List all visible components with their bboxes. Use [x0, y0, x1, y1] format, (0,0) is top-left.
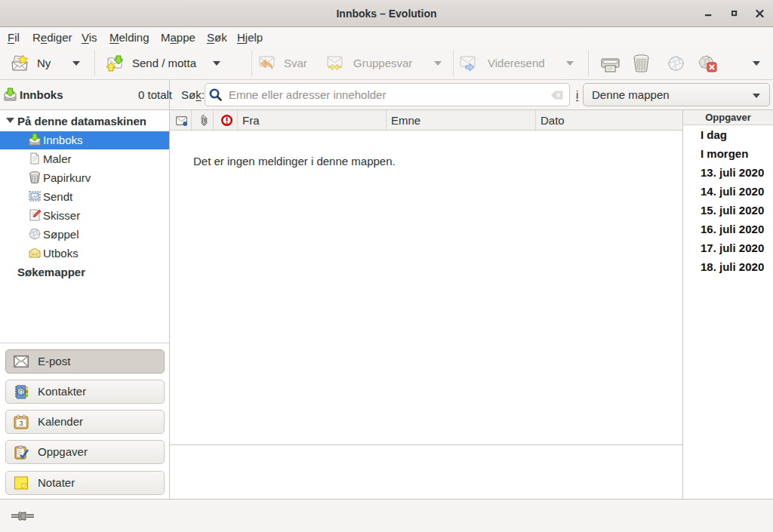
svg-text:3: 3 — [19, 420, 23, 427]
svg-text:@: @ — [17, 388, 25, 396]
